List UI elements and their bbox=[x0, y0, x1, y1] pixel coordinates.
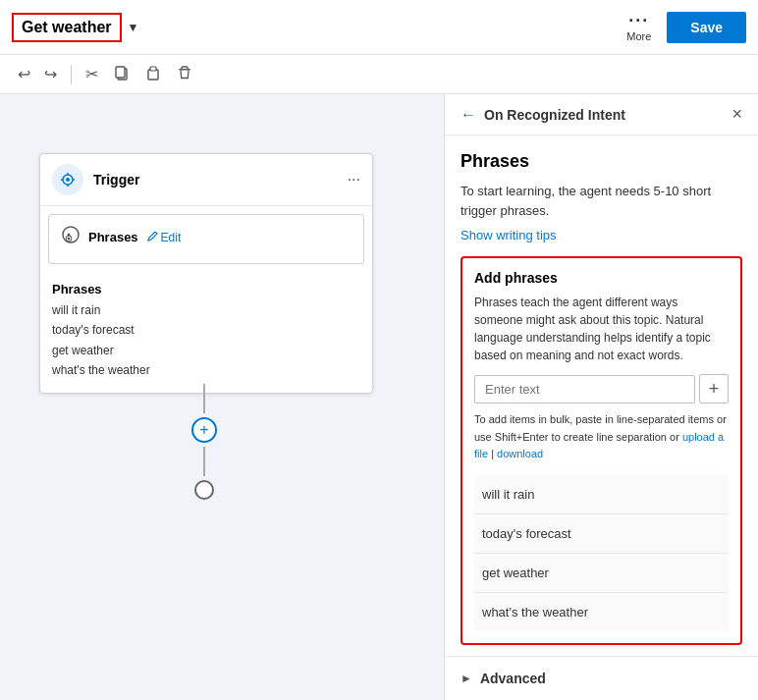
close-panel-button[interactable]: × bbox=[731, 104, 742, 125]
save-button[interactable]: Save bbox=[667, 12, 746, 43]
phrases-card-title: Phrases bbox=[88, 230, 138, 244]
svg-point-13 bbox=[68, 238, 71, 241]
end-node bbox=[194, 480, 214, 500]
topbar-right: ··· More Save bbox=[626, 12, 746, 43]
section-title: Phrases bbox=[460, 151, 742, 172]
add-phrase-button[interactable]: + bbox=[699, 374, 729, 404]
right-panel: ← On Recognized Intent × Phrases To star… bbox=[444, 94, 758, 700]
download-link[interactable]: download bbox=[497, 448, 543, 459]
phrase-input[interactable] bbox=[474, 375, 695, 404]
connector-line-top bbox=[203, 384, 205, 413]
edit-link[interactable]: Edit bbox=[146, 231, 182, 244]
more-dots-icon: ··· bbox=[628, 12, 649, 29]
trigger-icon bbox=[52, 164, 83, 195]
toolbar-divider-1 bbox=[71, 65, 72, 84]
redo-button[interactable]: ↪ bbox=[38, 61, 63, 87]
phrases-row: Phrases Edit bbox=[61, 225, 352, 249]
panel-header-left: ← On Recognized Intent bbox=[460, 106, 625, 124]
phrase-item-1: will it rain bbox=[474, 475, 729, 514]
svg-rect-4 bbox=[179, 69, 190, 71]
svg-point-6 bbox=[66, 178, 70, 182]
panel-header: ← On Recognized Intent × bbox=[445, 94, 758, 135]
more-button[interactable]: ··· More bbox=[626, 12, 651, 42]
topbar-left: Get weather ▼ bbox=[12, 13, 138, 42]
section-desc: To start learning, the agent needs 5-10 … bbox=[460, 182, 742, 220]
advanced-chevron-icon: ► bbox=[460, 672, 472, 685]
more-label: More bbox=[626, 30, 651, 42]
toolbar: ↩ ↪ ✂ bbox=[0, 55, 758, 94]
trigger-menu-button[interactable]: ··· bbox=[348, 171, 360, 188]
dialog-title[interactable]: Get weather bbox=[12, 13, 122, 42]
undo-button[interactable]: ↩ bbox=[12, 61, 36, 87]
advanced-label: Advanced bbox=[480, 671, 546, 686]
phrases-inner-card: Phrases Edit bbox=[48, 214, 364, 264]
bulk-text: To add items in bulk, paste in line-sepa… bbox=[474, 411, 729, 463]
trigger-card: Trigger ··· Phrases bbox=[39, 153, 373, 394]
back-button[interactable]: ← bbox=[460, 106, 476, 124]
add-phrases-desc: Phrases teach the agent different ways s… bbox=[474, 294, 729, 364]
phrases-list-section: Phrases will it rain today's forecast ge… bbox=[40, 272, 372, 393]
trigger-header-left: Trigger bbox=[52, 164, 139, 195]
panel-body: Phrases To start learning, the agent nee… bbox=[445, 135, 758, 656]
phrase-item-2: today's forecast bbox=[474, 514, 729, 554]
phrases-list-title: Phrases bbox=[52, 282, 360, 296]
connector-line-bottom bbox=[203, 447, 205, 476]
advanced-section[interactable]: ► Advanced bbox=[445, 656, 758, 700]
phrases-icon bbox=[61, 225, 81, 249]
phrase-line-4: what's the weather bbox=[52, 360, 360, 380]
add-phrases-box: Add phrases Phrases teach the agent diff… bbox=[460, 256, 742, 645]
copy-button[interactable] bbox=[108, 61, 135, 88]
svg-rect-1 bbox=[116, 67, 125, 78]
svg-rect-3 bbox=[150, 67, 156, 71]
main-area: Trigger ··· Phrases bbox=[0, 94, 758, 700]
phrase-input-row: + bbox=[474, 374, 729, 404]
phrase-item-3: get weather bbox=[474, 554, 729, 593]
trigger-title: Trigger bbox=[93, 172, 139, 188]
title-chevron-icon[interactable]: ▼ bbox=[128, 21, 139, 34]
panel-title: On Recognized Intent bbox=[484, 107, 625, 123]
trigger-header: Trigger ··· bbox=[40, 154, 372, 206]
phrase-item-4: what's the weather bbox=[474, 593, 729, 631]
topbar: Get weather ▼ ··· More Save bbox=[0, 0, 758, 55]
paste-button[interactable] bbox=[139, 61, 167, 88]
add-connector: + bbox=[191, 384, 217, 500]
writing-tips-link[interactable]: Show writing tips bbox=[460, 228, 557, 242]
canvas-area: Trigger ··· Phrases bbox=[0, 94, 444, 700]
add-step-button[interactable]: + bbox=[191, 417, 217, 443]
add-phrases-title: Add phrases bbox=[474, 270, 729, 286]
delete-button[interactable] bbox=[171, 61, 198, 88]
edit-label: Edit bbox=[161, 231, 182, 244]
phrase-line-1: will it rain bbox=[52, 300, 360, 320]
phrase-line-2: today's forecast bbox=[52, 320, 360, 340]
undo-group: ↩ ↪ bbox=[12, 61, 63, 87]
cut-button[interactable]: ✂ bbox=[80, 61, 104, 87]
bulk-separator: | bbox=[491, 448, 494, 459]
phrase-line-3: get weather bbox=[52, 341, 360, 360]
